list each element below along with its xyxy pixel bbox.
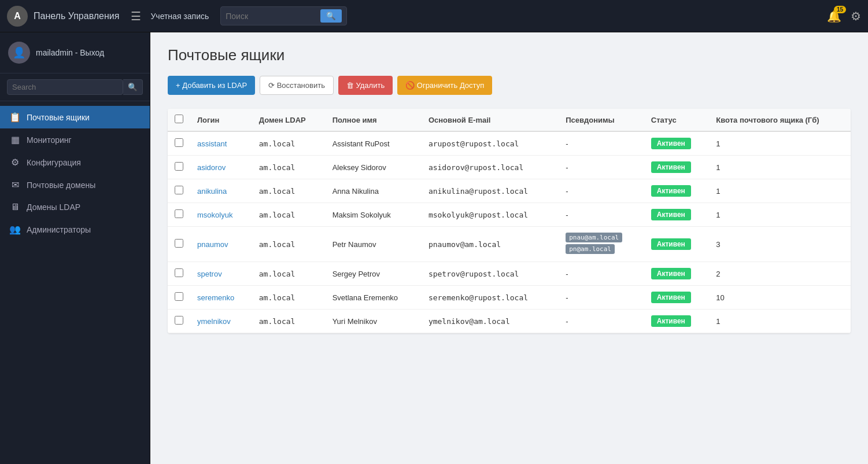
- row-checkbox[interactable]: [175, 268, 183, 277]
- row-checkbox[interactable]: [175, 239, 183, 248]
- login-link[interactable]: pnaumov: [197, 240, 228, 249]
- sidebar-item-config[interactable]: ⚙ Конфигурация: [0, 151, 150, 174]
- monitoring-icon: ▦: [9, 134, 21, 145]
- sidebar-item-ldap-domains[interactable]: 🖥 Домены LDAP: [0, 196, 150, 218]
- quota-cell: 10: [709, 286, 851, 310]
- row-checkbox[interactable]: [175, 209, 183, 218]
- sidebar-item-admins[interactable]: 👥 Администраторы: [0, 218, 150, 241]
- quota-cell: 1: [709, 310, 851, 333]
- sidebar-item-mailboxes[interactable]: 📋 Почтовые ящики: [0, 106, 150, 128]
- domain-cell: am.local: [252, 179, 326, 203]
- domain-cell: am.local: [252, 286, 326, 310]
- login-link[interactable]: ymelnikov: [197, 317, 231, 326]
- quota-cell: 1: [709, 131, 851, 156]
- status-badge: Активен: [651, 138, 691, 149]
- fullname-cell: Anna Nikulina: [326, 179, 422, 203]
- status-badge: Активен: [651, 161, 691, 173]
- delete-button[interactable]: 🗑 Удалить: [338, 76, 393, 95]
- col-fullname: Полное имя: [326, 109, 422, 131]
- top-search-button[interactable]: 🔍: [320, 9, 342, 23]
- sidebar-user-area: 👤 mailadmin - Выход: [0, 32, 150, 73]
- fullname-cell: Svetlana Eremenko: [326, 286, 422, 310]
- status-badge: Активен: [651, 315, 691, 327]
- status-cell: Активен: [644, 227, 710, 262]
- table-row: asidorovam.localAleksey Sidorovasidorov@…: [168, 156, 851, 179]
- top-search-box: 🔍: [220, 6, 347, 25]
- restore-button[interactable]: ⟳ Восстановить: [260, 76, 334, 95]
- row-checkbox[interactable]: [175, 316, 183, 325]
- restrict-button[interactable]: 🚫 Ограничить Доступ: [397, 76, 492, 95]
- login-link[interactable]: seremenko: [197, 293, 234, 302]
- login-link[interactable]: asidorov: [197, 163, 226, 172]
- table-body: assistantam.localAssistant RuPostarupost…: [168, 131, 851, 333]
- status-badge: Активен: [651, 185, 691, 197]
- quota-cell: 1: [709, 179, 851, 203]
- top-search-input[interactable]: [226, 12, 318, 21]
- status-cell: Активен: [644, 286, 710, 310]
- fullname-cell: Petr Naumov: [326, 227, 422, 262]
- add-ldap-button[interactable]: + Добавить из LDAP: [168, 76, 255, 95]
- email-cell: ymelnikov@am.local: [422, 310, 559, 333]
- app-logo: A: [7, 6, 28, 27]
- col-email: Основной E-mail: [422, 109, 559, 131]
- col-checkbox: [168, 109, 190, 131]
- domain-cell: am.local: [252, 203, 326, 227]
- aliases-cell: -: [559, 262, 644, 286]
- col-quota: Квота почтового ящика (Гб): [709, 109, 851, 131]
- notification-count: 15: [834, 6, 846, 13]
- aliases-cell: pnau@am.localpn@am.local: [559, 227, 644, 262]
- aliases-cell: -: [559, 179, 644, 203]
- toolbar: + Добавить из LDAP ⟳ Восстановить 🗑 Удал…: [168, 76, 851, 95]
- sidebar-search-input[interactable]: [7, 79, 123, 95]
- row-checkbox[interactable]: [175, 138, 183, 147]
- col-domain: Домен LDAP: [252, 109, 326, 131]
- sidebar-search-area: 🔍: [0, 73, 150, 101]
- sidebar-item-label: Почтовые ящики: [27, 113, 90, 122]
- quota-cell: 1: [709, 203, 851, 227]
- alias-badge: pnau@am.local: [566, 233, 622, 242]
- app-title: Панель Управления: [34, 11, 119, 21]
- status-badge: Активен: [651, 292, 691, 303]
- status-badge: Активен: [651, 238, 691, 250]
- top-navbar: A Панель Управления ☰ Учетная запись 🔍 🔔…: [0, 0, 868, 32]
- login-link[interactable]: msokolyuk: [197, 211, 232, 219]
- top-nav-right: 🔔 15 ⚙: [827, 9, 861, 23]
- fullname-cell: Assistant RuPost: [326, 131, 422, 156]
- domain-cell: am.local: [252, 262, 326, 286]
- mail-domains-icon: ✉: [9, 179, 21, 190]
- login-link[interactable]: anikulina: [197, 187, 227, 196]
- domain-cell: am.local: [252, 227, 326, 262]
- config-icon: ⚙: [9, 157, 21, 168]
- quota-cell: 1: [709, 156, 851, 179]
- row-checkbox[interactable]: [175, 292, 183, 301]
- sidebar: 👤 mailadmin - Выход 🔍 📋 Почтовые ящики ▦…: [0, 32, 150, 464]
- row-checkbox[interactable]: [175, 186, 183, 194]
- settings-icon[interactable]: ⚙: [851, 9, 861, 23]
- main-content: Почтовые ящики + Добавить из LDAP ⟳ Восс…: [150, 32, 868, 464]
- sidebar-search-button[interactable]: 🔍: [123, 79, 143, 95]
- select-all-checkbox[interactable]: [175, 115, 183, 123]
- alias-badge: pn@am.local: [566, 244, 615, 254]
- fullname-cell: Sergey Petrov: [326, 262, 422, 286]
- row-checkbox[interactable]: [175, 162, 183, 171]
- quota-cell: 2: [709, 262, 851, 286]
- fullname-cell: Maksim Sokolyuk: [326, 203, 422, 227]
- ldap-domains-icon: 🖥: [9, 202, 21, 212]
- sidebar-item-label: Почтовые домены: [27, 181, 95, 190]
- login-link[interactable]: assistant: [197, 139, 227, 148]
- avatar: 👤: [8, 42, 30, 64]
- login-link[interactable]: spetrov: [197, 270, 222, 278]
- hamburger-icon[interactable]: ☰: [131, 9, 141, 23]
- email-cell: anikulina@rupost.local: [422, 179, 559, 203]
- mailboxes-table: Логин Домен LDAP Полное имя Основной E-m…: [168, 109, 851, 333]
- sidebar-item-label: Домены LDAP: [27, 202, 80, 212]
- main-layout: 👤 mailadmin - Выход 🔍 📋 Почтовые ящики ▦…: [0, 32, 868, 464]
- sidebar-item-monitoring[interactable]: ▦ Мониторинг: [0, 128, 150, 151]
- status-cell: Активен: [644, 310, 710, 333]
- sidebar-item-mail-domains[interactable]: ✉ Почтовые домены: [0, 174, 150, 196]
- email-cell: arupost@rupost.local: [422, 131, 559, 156]
- mailboxes-icon: 📋: [9, 112, 21, 123]
- account-menu-item[interactable]: Учетная запись: [150, 12, 209, 21]
- status-cell: Активен: [644, 179, 710, 203]
- notifications-bell[interactable]: 🔔 15: [827, 9, 841, 23]
